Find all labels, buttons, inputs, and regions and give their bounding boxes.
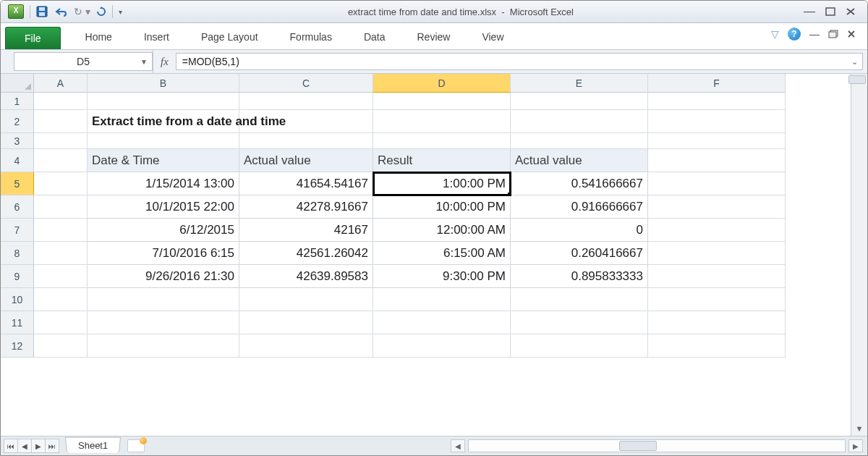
redo-icon[interactable]: ↻ ▾ [74,6,90,17]
undo-icon[interactable] [54,7,68,17]
maximize-icon[interactable] [825,5,835,18]
horizontal-scrollbar[interactable]: ◀ ▶ [145,439,867,452]
cell[interactable]: 9:30:00 PM [373,265,511,288]
scroll-down-icon[interactable]: ▼ [851,421,867,436]
cell[interactable]: 10/1/2015 22:00 [88,195,239,219]
col-header-F[interactable]: F [648,74,786,93]
new-sheet-button[interactable] [127,439,145,452]
cell[interactable]: 12:00:00 AM [373,219,511,242]
qat-customize-icon[interactable]: ▾ [119,8,122,16]
cell[interactable] [239,288,373,311]
sheet-nav-next-icon[interactable]: ▶ [31,439,46,453]
cell[interactable]: 6:15:00 AM [373,242,511,265]
row-header-5[interactable]: 5 [1,172,34,195]
cell[interactable] [648,110,786,133]
vertical-scrollbar[interactable]: ▲ ▼ [851,74,867,436]
cell[interactable]: 7/10/2016 6:15 [88,242,239,265]
cell[interactable] [648,172,786,195]
cell[interactable] [648,195,786,219]
sheet-nav-first-icon[interactable]: ⏮ [4,439,18,453]
cell[interactable] [648,149,786,172]
cell[interactable] [239,110,373,133]
cell[interactable] [239,93,373,110]
row-header-1[interactable]: 1 [1,93,34,110]
cell[interactable] [34,149,88,172]
cell[interactable] [373,93,511,110]
formula-input[interactable]: =MOD(B5,1) ⌄ [176,53,863,70]
name-box[interactable]: D5 ▼ [14,52,153,71]
cell[interactable] [34,133,88,149]
col-header-A[interactable]: A [34,74,88,93]
hscroll-thumb[interactable] [619,441,657,451]
col-header-B[interactable]: B [88,74,239,93]
tab-home[interactable]: Home [69,25,128,49]
cell[interactable] [648,133,786,149]
cell[interactable]: 6/12/2015 [88,219,239,242]
cell[interactable] [648,334,786,358]
hscroll-track[interactable] [468,439,846,452]
minimize-icon[interactable]: — [804,5,815,18]
tab-data[interactable]: Data [348,25,401,49]
row-header-9[interactable]: 9 [1,265,34,288]
sheet-nav-last-icon[interactable]: ⏭ [45,439,59,453]
cell[interactable] [34,242,88,265]
cell[interactable] [88,334,239,358]
workbook-minimize-icon[interactable]: — [809,28,820,40]
cell[interactable]: 42561.26042 [239,242,373,265]
table-header[interactable]: Result [373,149,511,172]
cell[interactable] [511,288,648,311]
cell[interactable]: 1/15/2014 13:00 [88,172,239,195]
cell[interactable] [648,288,786,311]
row-header-6[interactable]: 6 [1,195,34,219]
scroll-track[interactable] [854,88,865,421]
cell[interactable] [239,133,373,149]
table-header[interactable]: Date & Time [88,149,239,172]
row-header-7[interactable]: 7 [1,219,34,242]
tab-page-layout[interactable]: Page Layout [185,25,274,49]
cell[interactable] [34,110,88,133]
cell[interactable]: 42167 [239,219,373,242]
cells-area[interactable]: 1 2 Extract time from a date and time [1,93,851,436]
select-all-corner[interactable] [1,74,34,93]
col-header-C[interactable]: C [239,74,373,93]
cell[interactable]: 41654.54167 [239,172,373,195]
cell[interactable] [511,133,648,149]
ribbon-minimize-icon[interactable]: ▽ [771,28,779,40]
cell[interactable]: 0.916666667 [511,195,648,219]
cell[interactable]: 42278.91667 [239,195,373,219]
row-header-8[interactable]: 8 [1,242,34,265]
cell[interactable] [34,334,88,358]
cell[interactable] [511,110,648,133]
cell[interactable] [34,311,88,334]
cell[interactable] [34,219,88,242]
cell[interactable] [511,93,648,110]
scroll-left-icon[interactable]: ◀ [451,439,465,452]
cell[interactable]: 0.260416667 [511,242,648,265]
close-icon[interactable] [846,5,856,18]
row-header-3[interactable]: 3 [1,133,34,149]
cell[interactable] [648,265,786,288]
row-header-4[interactable]: 4 [1,149,34,172]
cell[interactable] [34,172,88,195]
name-box-caret-icon[interactable]: ▼ [140,58,148,66]
col-header-E[interactable]: E [511,74,648,93]
tab-review[interactable]: Review [401,25,467,49]
cell[interactable] [88,133,239,149]
workbook-restore-icon[interactable] [828,30,838,38]
sheet-tab[interactable]: Sheet1 [65,437,121,453]
tab-formulas[interactable]: Formulas [274,25,348,49]
cell[interactable] [239,311,373,334]
cell[interactable] [88,93,239,110]
scroll-right-icon[interactable]: ▶ [848,439,863,452]
cell[interactable]: 0.541666667 [511,172,648,195]
cell[interactable]: 0 [511,219,648,242]
table-header[interactable]: Actual value [511,149,648,172]
cell[interactable] [239,334,373,358]
cell[interactable] [648,93,786,110]
cell[interactable] [373,288,511,311]
row-header-12[interactable]: 12 [1,334,34,358]
cell[interactable] [88,311,239,334]
refresh-icon[interactable] [96,7,106,17]
cell[interactable] [88,288,239,311]
cell[interactable]: 10:00:00 PM [373,195,511,219]
